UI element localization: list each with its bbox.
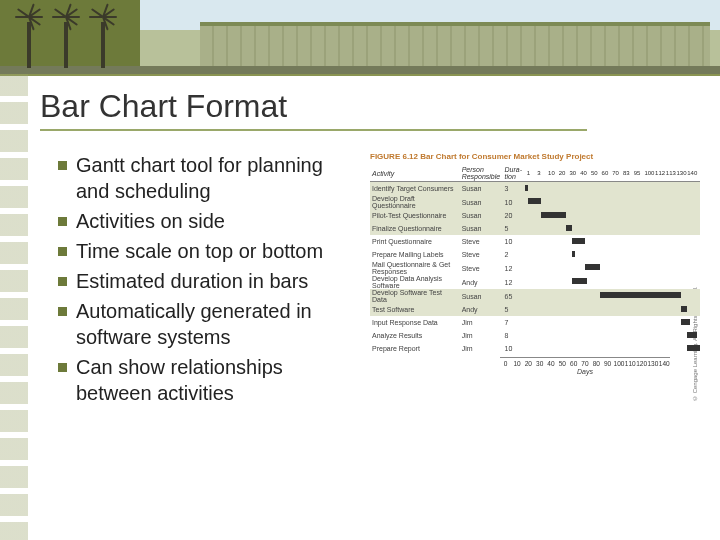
table-row: Analyze ResultsJim8 <box>370 329 700 342</box>
axis-tick: 130 <box>647 360 658 367</box>
axis-tick: 20 <box>523 360 534 367</box>
bar-cell <box>525 303 700 316</box>
col-person: Person Responsible <box>460 165 503 182</box>
bar-cell <box>525 209 700 222</box>
day-tick: 95 <box>634 170 645 176</box>
person-cell: Jim <box>460 316 503 329</box>
person-cell: Steve <box>460 235 503 248</box>
dur-cell: 8 <box>503 329 525 342</box>
dur-cell: 2 <box>503 248 525 261</box>
activity-cell: Identify Target Consumers <box>370 182 460 196</box>
bar-cell <box>525 222 700 235</box>
gantt-figure: FIGURE 6.12 Bar Chart for Consumer Marke… <box>370 152 700 530</box>
list-item: Activities on side <box>58 208 358 234</box>
table-row: Pilot-Test QuestionnaireSusan20 <box>370 209 700 222</box>
bar-cell <box>525 235 700 248</box>
day-tick: 1 <box>527 170 538 176</box>
bar-cell <box>525 195 700 209</box>
activity-cell: Develop Draft Questionnaire <box>370 195 460 209</box>
day-tick: 112 <box>655 170 666 176</box>
table-row: Develop Software Test DataSusan65 <box>370 289 700 303</box>
dur-cell: 12 <box>503 275 525 289</box>
bar-cell <box>525 329 700 342</box>
axis-tick: 40 <box>545 360 556 367</box>
dur-cell: 12 <box>503 261 525 275</box>
axis-tick: 50 <box>557 360 568 367</box>
activity-cell: Test Software <box>370 303 460 316</box>
person-cell: Andy <box>460 275 503 289</box>
activity-cell: Mail Questionnaire & Get Responses <box>370 261 460 275</box>
day-tick: 60 <box>602 170 613 176</box>
bar-cell <box>525 182 700 196</box>
bar-cell <box>525 275 700 289</box>
dur-cell: 3 <box>503 182 525 196</box>
axis-tick: 110 <box>625 360 636 367</box>
bar-cell <box>525 248 700 261</box>
activity-cell: Input Response Data <box>370 316 460 329</box>
bar-cell <box>525 261 700 275</box>
day-tick: 130 <box>677 170 688 176</box>
activity-cell: Develop Software Test Data <box>370 289 460 303</box>
dur-cell: 5 <box>503 222 525 235</box>
person-cell: Susan <box>460 195 503 209</box>
x-axis-label: Days <box>500 368 670 375</box>
activity-cell: Prepare Report <box>370 342 460 355</box>
day-tick: 10 <box>548 170 559 176</box>
table-row: Input Response DataJim7 <box>370 316 700 329</box>
activity-cell: Finalize Questionnaire <box>370 222 460 235</box>
gantt-table: Activity Person Responsible Dura-tion 13… <box>370 165 700 355</box>
person-cell: Jim <box>460 329 503 342</box>
axis-tick: 10 <box>511 360 522 367</box>
dur-cell: 20 <box>503 209 525 222</box>
axis-tick: 0 <box>500 360 511 367</box>
person-cell: Susan <box>460 182 503 196</box>
person-cell: Steve <box>460 261 503 275</box>
axis-tick: 30 <box>534 360 545 367</box>
person-cell: Jim <box>460 342 503 355</box>
dur-cell: 5 <box>503 303 525 316</box>
day-tick: 20 <box>559 170 570 176</box>
person-cell: Susan <box>460 209 503 222</box>
axis-tick: 80 <box>591 360 602 367</box>
axis-tick: 100 <box>613 360 624 367</box>
table-row: Identify Target ConsumersSusan3 <box>370 182 700 196</box>
dur-cell: 10 <box>503 195 525 209</box>
day-tick: 83 <box>623 170 634 176</box>
axis-tick: 140 <box>659 360 670 367</box>
dur-cell: 10 <box>503 342 525 355</box>
list-item: Gantt chart tool for planning and schedu… <box>58 152 358 204</box>
activity-cell: Analyze Results <box>370 329 460 342</box>
col-activity: Activity <box>370 165 460 182</box>
table-row: Mail Questionnaire & Get ResponsesSteve1… <box>370 261 700 275</box>
bullet-list: Gantt chart tool for planning and schedu… <box>58 152 358 530</box>
axis-tick: 70 <box>579 360 590 367</box>
list-item: Estimated duration in bars <box>58 268 358 294</box>
dur-cell: 65 <box>503 289 525 303</box>
dur-cell: 7 <box>503 316 525 329</box>
bar-cell <box>525 342 700 355</box>
table-row: Test SoftwareAndy5 <box>370 303 700 316</box>
table-row: Finalize QuestionnaireSusan5 <box>370 222 700 235</box>
day-tick: 50 <box>591 170 602 176</box>
day-tick: 30 <box>569 170 580 176</box>
person-cell: Susan <box>460 222 503 235</box>
side-stripe <box>0 74 28 540</box>
axis-tick: 120 <box>636 360 647 367</box>
day-tick: 100 <box>644 170 655 176</box>
header-banner <box>0 0 720 76</box>
activity-cell: Print Questionnaire <box>370 235 460 248</box>
activity-cell: Prepare Mailing Labels <box>370 248 460 261</box>
axis-tick: 60 <box>568 360 579 367</box>
dur-cell: 10 <box>503 235 525 248</box>
x-axis: 0102030405060708090100110120130140 <box>500 357 670 367</box>
axis-tick: 90 <box>602 360 613 367</box>
day-tick: 70 <box>612 170 623 176</box>
activity-cell: Develop Data Analysis Software <box>370 275 460 289</box>
page-title: Bar Chart Format <box>40 88 587 131</box>
day-tick: 40 <box>580 170 591 176</box>
table-row: Print QuestionnaireSteve10 <box>370 235 700 248</box>
list-item: Can show relationships between activitie… <box>58 354 358 406</box>
list-item: Automatically generated in software syst… <box>58 298 358 350</box>
person-cell: Steve <box>460 248 503 261</box>
table-row: Develop Data Analysis SoftwareAndy12 <box>370 275 700 289</box>
